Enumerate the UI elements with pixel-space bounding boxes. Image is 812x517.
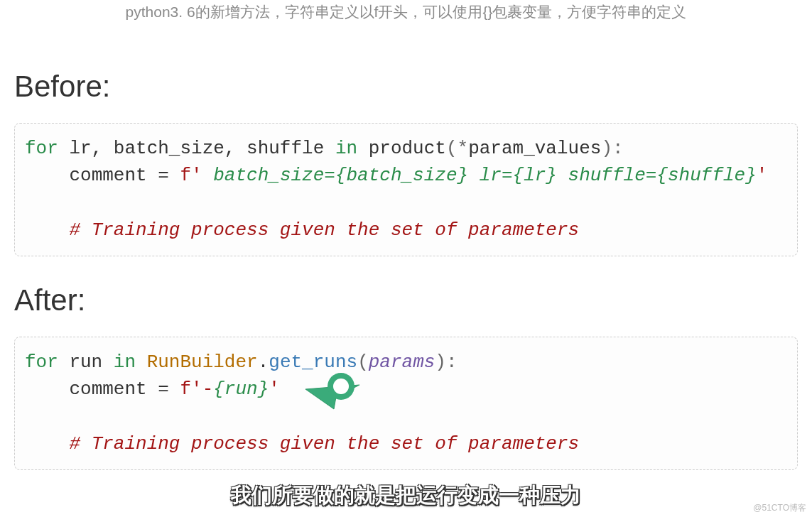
keyword-for: for bbox=[25, 138, 58, 159]
code-fn: product bbox=[357, 138, 446, 159]
code-block-after: for run in RunBuilder.get_runs(params): … bbox=[14, 337, 798, 470]
code-dot: . bbox=[258, 352, 269, 373]
code-fstring-close: ' bbox=[757, 165, 768, 186]
code-fstring-open: f'- bbox=[180, 379, 213, 400]
code-var: run bbox=[58, 352, 114, 373]
heading-before: Before: bbox=[14, 70, 798, 104]
watermark-text: @51CTO博客 bbox=[753, 502, 806, 514]
code-fstring-body: batch_size={batch_size} lr={lr} shuffle=… bbox=[213, 165, 757, 186]
code-fstring-close: ' bbox=[269, 379, 280, 400]
code-comment: # Training process given the set of para… bbox=[69, 433, 579, 455]
code-param: params bbox=[369, 352, 435, 373]
keyword-in: in bbox=[114, 352, 136, 373]
code-indent bbox=[25, 379, 69, 400]
code-paren: (* bbox=[446, 138, 468, 159]
code-assign: comment = bbox=[69, 165, 180, 186]
code-class: RunBuilder bbox=[147, 352, 258, 373]
code-space bbox=[136, 352, 147, 373]
code-fstring-var: {run} bbox=[213, 379, 269, 400]
code-arg: param_values bbox=[468, 138, 601, 159]
svg-point-1 bbox=[333, 379, 349, 394]
cursor-pointer-icon bbox=[297, 367, 368, 418]
heading-after: After: bbox=[14, 283, 798, 317]
main-content: Before: for lr, batch_size, shuffle in p… bbox=[0, 0, 812, 470]
code-paren-close: ): bbox=[435, 352, 457, 373]
top-caption-subtitle: python3. 6的新增方法，字符串定义以f开头，可以使用{}包裹变量，方便字… bbox=[126, 2, 687, 22]
code-assign: comment = bbox=[69, 379, 180, 400]
code-indent bbox=[25, 219, 69, 241]
bottom-caption-subtitle: 我们所要做的就是把运行变成一种压力 bbox=[231, 481, 581, 510]
code-block-before: for lr, batch_size, shuffle in product(*… bbox=[14, 123, 798, 256]
code-comment: # Training process given the set of para… bbox=[69, 219, 579, 241]
keyword-in: in bbox=[335, 138, 357, 159]
code-vars: lr, batch_size, shuffle bbox=[58, 138, 335, 159]
keyword-for: for bbox=[25, 352, 58, 373]
code-paren-close: ): bbox=[601, 138, 623, 159]
code-indent bbox=[25, 433, 69, 455]
code-fstring-open: f' bbox=[180, 165, 213, 186]
code-indent bbox=[25, 165, 69, 186]
